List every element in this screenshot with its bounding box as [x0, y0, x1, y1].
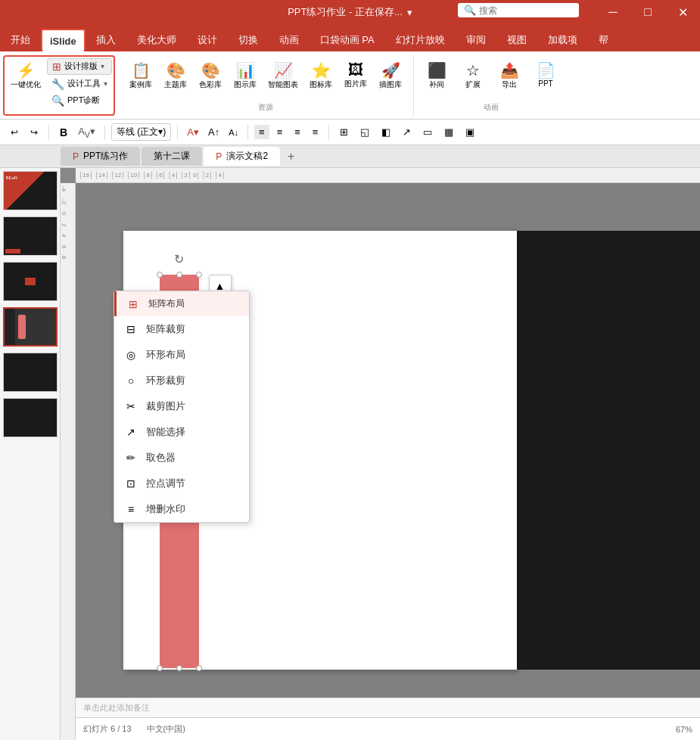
- matrix-crop-label: 矩阵裁剪: [146, 322, 185, 336]
- menu-item-color-picker[interactable]: ✏ 取色器: [114, 445, 249, 471]
- tab-slideshow[interactable]: 幻灯片放映: [385, 29, 456, 51]
- note-area[interactable]: 单击此处添加备注: [76, 698, 700, 717]
- ring-crop-label: 环形裁剪: [146, 374, 185, 387]
- select-button[interactable]: ▦: [440, 125, 458, 139]
- diagonal-button[interactable]: ↗: [398, 125, 415, 139]
- tab-view[interactable]: 视图: [496, 29, 537, 51]
- handle-tl[interactable]: [157, 272, 163, 278]
- menu-item-ring-layout[interactable]: ◎ 环形布局: [114, 342, 249, 368]
- slide-thumb-5[interactable]: [3, 353, 58, 392]
- slide-thumb-6[interactable]: [3, 398, 58, 437]
- slide-thumb-1[interactable]: BEaR: [3, 171, 58, 210]
- ribbon-btn-image[interactable]: 🖼 图片库: [339, 58, 372, 93]
- slide-thumb-4[interactable]: [3, 307, 58, 347]
- doc-tab-1[interactable]: P PPT练习作: [61, 147, 140, 166]
- handle-br[interactable]: [196, 665, 202, 671]
- ribbon-btn-export[interactable]: 📤 导出: [493, 58, 526, 93]
- tab-start[interactable]: 开始: [0, 29, 41, 51]
- table-button[interactable]: ⊞: [335, 125, 353, 139]
- ppt-diag-icon: 🔍: [51, 95, 64, 107]
- fmt-separator-5: [328, 125, 329, 140]
- menu-item-matrix-layout[interactable]: ⊞ 矩阵布局: [114, 291, 249, 316]
- menu-item-ring-crop[interactable]: ○ 环形裁剪: [114, 368, 249, 393]
- doc-tab-3-label: 演示文稿2: [226, 150, 268, 163]
- ribbon-btn-smartchart[interactable]: 📈 智能图表: [263, 58, 303, 93]
- tab-islide[interactable]: iSlide: [41, 29, 86, 51]
- icon-icon: ⭐: [312, 61, 331, 79]
- menu-item-smart-select[interactable]: ↗ 智能选择: [114, 419, 249, 445]
- control-point-label: 控点调节: [146, 477, 185, 490]
- onekey-icon: ⚡: [17, 61, 36, 79]
- redo-button[interactable]: ↪: [26, 126, 42, 139]
- tab-review[interactable]: 审阅: [456, 29, 496, 51]
- arrange-button[interactable]: ◧: [377, 125, 395, 139]
- menu-item-watermark[interactable]: ≡ 增删水印: [114, 496, 249, 522]
- slide-thumb-3[interactable]: [3, 262, 58, 301]
- ribbon-btn-case[interactable]: 📋 案例库: [124, 58, 157, 93]
- handle-tc[interactable]: [176, 272, 182, 278]
- border-button[interactable]: ▭: [418, 125, 437, 139]
- export-icon: 📤: [500, 61, 519, 79]
- search-input[interactable]: [479, 5, 555, 16]
- case-icon: 📋: [132, 61, 151, 79]
- handle-bl[interactable]: [157, 665, 163, 671]
- handle-bc[interactable]: [176, 665, 182, 671]
- title-controls: ─ □ ✕: [596, 0, 700, 24]
- ribbon-btn-tween[interactable]: ⬛ 补间: [420, 58, 453, 93]
- color-label: 色彩库: [199, 79, 222, 90]
- design-tool-icon: 🔧: [51, 78, 64, 90]
- tab-transition[interactable]: 切换: [228, 29, 269, 51]
- doc-tab-2[interactable]: 第十二课: [142, 147, 202, 166]
- ribbon-btn-onekey[interactable]: ⚡ 一键优化: [6, 58, 45, 93]
- ribbon-btn-color[interactable]: 🎨 色彩库: [194, 58, 227, 93]
- ribbon-btn-icon[interactable]: ⭐ 图标库: [304, 58, 338, 93]
- font-size-up-button[interactable]: A↑: [205, 125, 222, 139]
- tab-animation[interactable]: 动画: [269, 29, 310, 51]
- tab-insert[interactable]: 插入: [86, 29, 126, 51]
- doc-tab-add[interactable]: +: [282, 147, 300, 166]
- ribbon-btn-design-tool[interactable]: 🔧 设计工具 ▾: [47, 76, 112, 92]
- slide-black-section: [517, 231, 701, 670]
- thumb-red-bar: [18, 315, 26, 339]
- align-right-button[interactable]: ≡: [290, 125, 305, 139]
- tab-beautify[interactable]: 美化大师: [126, 29, 187, 51]
- close-button[interactable]: ✕: [665, 0, 700, 24]
- font-family-selector[interactable]: 等线 (正文▾): [111, 123, 171, 141]
- menu-item-matrix-crop[interactable]: ⊟ 矩阵裁剪: [114, 316, 249, 342]
- doc-tabs: P PPT练习作 第十二课 P 演示文稿2 +: [0, 145, 700, 168]
- ribbon-btn-design-layout[interactable]: ⊞ 设计排版 ▾: [47, 58, 112, 75]
- note-text: 单击此处添加备注: [83, 702, 150, 714]
- handle-tr[interactable]: [196, 272, 202, 278]
- more-button[interactable]: ▣: [461, 125, 479, 139]
- tab-help[interactable]: 帮: [588, 29, 619, 51]
- undo-button[interactable]: ↩: [6, 126, 23, 139]
- ribbon-btn-theme[interactable]: 🎨 主题库: [159, 58, 192, 93]
- ribbon-btn-ppt[interactable]: 📄 PPT: [529, 58, 562, 93]
- shape-button[interactable]: ◱: [356, 125, 374, 139]
- ribbon-btn-diagram[interactable]: 📊 图示库: [229, 58, 262, 93]
- slide-thumb-2[interactable]: [3, 216, 58, 256]
- tab-addins[interactable]: 加载项: [537, 29, 588, 51]
- maximize-button[interactable]: □: [630, 0, 665, 24]
- title-dropdown-icon[interactable]: ▾: [407, 7, 412, 18]
- align-justify-button[interactable]: ≡: [308, 125, 323, 139]
- ppt-diag-label: PPT诊断: [67, 95, 100, 106]
- bold-button[interactable]: B: [55, 125, 72, 140]
- ribbon-btn-insert-lib[interactable]: 🚀 插图库: [374, 58, 407, 93]
- lang-info: 中文(中国): [147, 723, 185, 735]
- rotate-handle[interactable]: ↻: [174, 252, 184, 266]
- ribbon-btn-expand[interactable]: ☆ 扩展: [456, 58, 490, 93]
- menu-item-control-point[interactable]: ⊡ 控点调节: [114, 471, 249, 496]
- tab-design[interactable]: 设计: [187, 29, 228, 51]
- align-left-button[interactable]: ≡: [254, 125, 269, 139]
- matrix-layout-icon: ⊞: [126, 298, 141, 310]
- ribbon-btn-ppt-diag[interactable]: 🔍 PPT诊断: [47, 93, 112, 108]
- doc-tab-3[interactable]: P 演示文稿2: [204, 147, 280, 166]
- menu-item-crop-image[interactable]: ✂ 裁剪图片: [114, 393, 249, 419]
- font-color-button[interactable]: A▾: [184, 125, 202, 139]
- tab-pocketanim[interactable]: 口袋动画 PA: [310, 29, 385, 51]
- minimize-button[interactable]: ─: [596, 0, 630, 24]
- font-name-btn[interactable]: AV▾: [75, 124, 98, 141]
- font-size-down-button[interactable]: A↓: [226, 126, 241, 138]
- align-center-button[interactable]: ≡: [272, 125, 288, 139]
